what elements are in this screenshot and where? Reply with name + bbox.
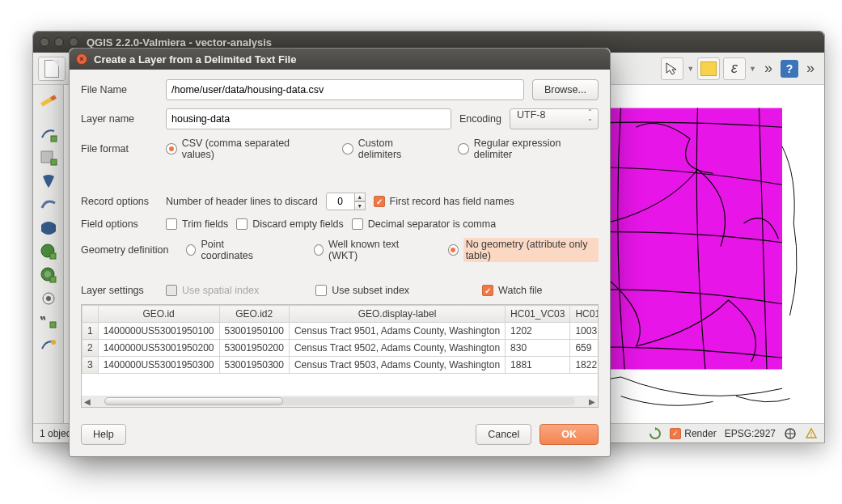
crs-icon[interactable] (784, 427, 797, 440)
add-delimited-button[interactable]: ‟ (37, 311, 60, 332)
watch-file-check[interactable]: Watch file (482, 285, 542, 296)
dialog-titlebar[interactable]: × Create a Layer from a Delimited Text F… (70, 49, 610, 70)
toolbar-overflow-icon-2[interactable]: » (802, 60, 819, 77)
ok-button[interactable]: OK (539, 424, 599, 445)
col-geoid[interactable]: GEO.id (98, 306, 219, 323)
add-spatialite-button[interactable] (37, 194, 60, 215)
encoding-label: Encoding (459, 113, 501, 125)
add-postgis-button[interactable] (37, 171, 60, 192)
svg-point-8 (46, 296, 51, 301)
radio-wkt[interactable]: Well known text (WKT) (314, 239, 418, 261)
add-mssql-button[interactable] (37, 218, 60, 239)
spatial-index-check: Use spatial index (166, 285, 259, 296)
refresh-icon[interactable] (649, 427, 662, 440)
col-geoid2[interactable]: GEO.id2 (219, 306, 289, 323)
radio-no-geometry[interactable]: No geometry (attribute only table) (448, 238, 599, 262)
delimited-text-dialog: × Create a Layer from a Delimited Text F… (69, 48, 611, 457)
add-vector-button[interactable] (37, 124, 60, 145)
header-discard-label: Number of header lines to discard (166, 196, 318, 207)
layer-name-input[interactable] (166, 108, 451, 129)
svg-rect-4 (50, 253, 56, 259)
col-vc04[interactable]: HC01_VC04 (570, 306, 599, 323)
table-row: 21400000US5300195020053001950200Census T… (83, 340, 599, 357)
radio-custom-delim[interactable]: Custom delimiters (342, 138, 437, 160)
toolbar-overflow-icon[interactable]: » (759, 60, 777, 77)
browse-button[interactable]: Browse... (532, 79, 599, 100)
svg-text:!: ! (810, 430, 813, 438)
trim-fields-check[interactable]: Trim fields (166, 218, 228, 230)
header-discard-spinner[interactable]: ▲▼ (326, 193, 366, 210)
spinner-up-icon[interactable]: ▲ (354, 193, 366, 201)
preview-table[interactable]: GEO.id GEO.id2 GEO.display-label HC01_VC… (81, 304, 599, 408)
radio-point-coords[interactable]: Point coordinates (186, 239, 269, 261)
file-name-label: File Name (81, 84, 158, 95)
help-button[interactable]: Help (81, 424, 126, 445)
window-title: QGIS 2.2.0-Valmiera - vector-analysis (87, 36, 272, 49)
subset-index-check[interactable]: Use subset index (315, 285, 409, 296)
horizontal-scrollbar[interactable]: ◀ ▶ (82, 396, 598, 407)
add-wcs-button[interactable] (37, 265, 60, 286)
deselect-button[interactable] (697, 57, 720, 80)
radio-regex-delim[interactable]: Regular expression delimiter (458, 138, 599, 160)
close-icon[interactable]: × (76, 53, 87, 65)
field-options-label: Field options (81, 218, 158, 230)
file-name-input[interactable] (166, 79, 524, 100)
col-display[interactable]: GEO.display-label (289, 306, 505, 323)
col-idx[interactable] (83, 306, 99, 323)
help-icon[interactable]: ? (781, 60, 798, 78)
maximize-icon[interactable] (69, 37, 78, 47)
svg-text:‟: ‟ (40, 315, 46, 328)
svg-point-12 (51, 340, 56, 345)
svg-rect-7 (50, 277, 56, 282)
table-row: 11400000US5300195010053001950100Census T… (83, 323, 599, 340)
record-options-label: Record options (81, 196, 158, 207)
new-project-button[interactable] (38, 57, 66, 81)
add-wms-button[interactable] (37, 241, 60, 262)
warning-icon[interactable]: ! (805, 427, 818, 440)
crs-label[interactable]: EPSG:2927 (725, 428, 776, 439)
add-wfs-button[interactable] (37, 288, 60, 309)
minimize-icon[interactable] (54, 37, 64, 47)
radio-csv[interactable]: CSV (comma separated values) (166, 138, 321, 160)
select-tool-button[interactable] (661, 57, 683, 80)
spinner-down-icon[interactable]: ▼ (354, 201, 366, 210)
scroll-right-icon[interactable]: ▶ (586, 397, 598, 406)
encoding-select[interactable]: UTF-8 (510, 108, 599, 129)
cancel-button[interactable]: Cancel (476, 424, 531, 445)
render-toggle[interactable]: ✓ Render (670, 428, 716, 439)
col-vc03[interactable]: HC01_VC03 (506, 306, 570, 323)
edit-toggle-button[interactable] (37, 90, 60, 111)
add-raster-button[interactable] (37, 147, 60, 168)
svg-rect-2 (51, 159, 57, 165)
discard-empty-check[interactable]: Discard empty fields (236, 218, 344, 230)
layer-name-label: Layer name (81, 113, 158, 125)
geometry-label: Geometry definition (81, 244, 178, 256)
layer-settings-label: Layer settings (81, 285, 158, 296)
epsilon-button[interactable]: ε (723, 57, 746, 80)
table-row: 31400000US5300195030053001950300Census T… (83, 357, 599, 374)
svg-rect-0 (51, 136, 57, 142)
file-format-label: File format (81, 143, 158, 155)
scroll-left-icon[interactable]: ◀ (82, 397, 93, 406)
side-toolbar: ‟ (33, 85, 64, 423)
dialog-title: Create a Layer from a Delimited Text Fil… (94, 53, 296, 66)
close-icon[interactable] (40, 37, 49, 47)
decimal-comma-check[interactable]: Decimal separator is comma (352, 218, 496, 230)
new-shapefile-button[interactable] (37, 335, 60, 356)
first-record-check[interactable]: First record has field names (374, 196, 514, 207)
svg-rect-11 (50, 322, 56, 328)
